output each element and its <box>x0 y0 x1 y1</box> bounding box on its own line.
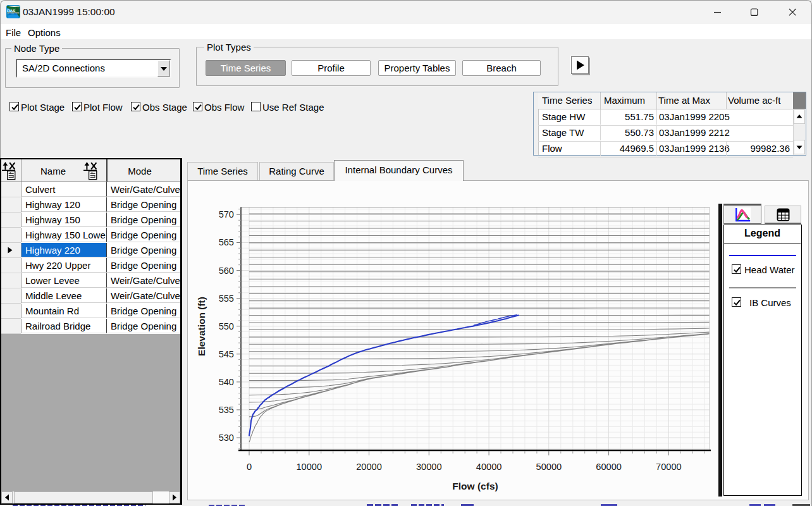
svg-text:535: 535 <box>219 405 234 415</box>
svg-text:Elevation (ft): Elevation (ft) <box>196 297 207 356</box>
svg-text:530: 530 <box>219 433 234 443</box>
svg-text:40000: 40000 <box>476 462 502 472</box>
svg-text:555: 555 <box>219 293 234 304</box>
svg-text:60000: 60000 <box>596 462 622 472</box>
svg-text:Flow (cfs): Flow (cfs) <box>452 481 498 491</box>
svg-text:10000: 10000 <box>296 462 322 472</box>
svg-text:20000: 20000 <box>356 462 382 472</box>
svg-text:560: 560 <box>219 266 234 276</box>
svg-text:570: 570 <box>219 209 234 219</box>
svg-text:70000: 70000 <box>656 462 682 472</box>
svg-text:540: 540 <box>219 377 234 387</box>
svg-text:545: 545 <box>219 349 234 359</box>
svg-text:0: 0 <box>247 462 252 472</box>
svg-text:50000: 50000 <box>536 462 562 472</box>
svg-text:565: 565 <box>219 237 234 247</box>
svg-text:30000: 30000 <box>416 462 442 472</box>
svg-text:550: 550 <box>219 321 234 331</box>
